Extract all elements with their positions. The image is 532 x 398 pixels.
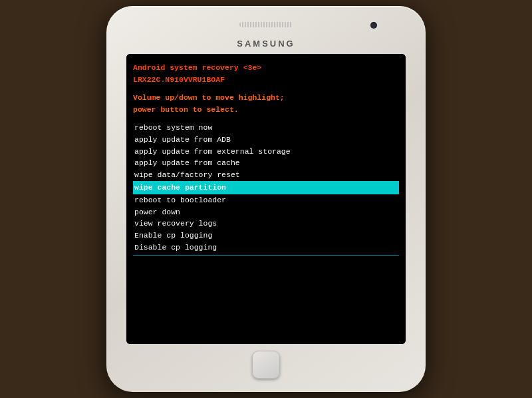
menu-item-disable-cp[interactable]: Disable cp logging	[133, 242, 399, 254]
instructions-line2: power button to select.	[133, 105, 239, 114]
menu-item-reboot-bootloader[interactable]: reboot to bootloader	[133, 194, 399, 206]
speaker-grille	[239, 22, 293, 27]
menu-divider	[133, 255, 399, 256]
instructions: Volume up/down to move highlight; power …	[133, 92, 399, 115]
recovery-menu: reboot system nowapply update from ADBap…	[133, 122, 399, 256]
menu-item-wipe-cache[interactable]: wipe cache partition	[133, 181, 399, 194]
menu-item-power-down[interactable]: power down	[133, 206, 399, 218]
instructions-line1: Volume up/down to move highlight;	[133, 93, 285, 102]
screen-content: Android system recovery <3e> LRX22C.N910…	[126, 54, 406, 344]
menu-item-wipe-data[interactable]: wipe data/factory reset	[133, 169, 399, 181]
brand-label: SAMSUNG	[237, 39, 295, 49]
phone-device: SAMSUNG Android system recovery <3e> LRX…	[106, 6, 426, 392]
phone-top-bar	[118, 18, 414, 32]
menu-item-apply-cache[interactable]: apply update from cache	[133, 157, 399, 169]
front-camera	[370, 22, 377, 29]
menu-item-apply-external[interactable]: apply update from external storage	[133, 146, 399, 158]
phone-screen: Android system recovery <3e> LRX22C.N910…	[126, 54, 406, 344]
menu-item-apply-adb[interactable]: apply update from ADB	[133, 134, 399, 146]
home-button[interactable]	[252, 351, 280, 379]
menu-item-enable-cp[interactable]: Enable cp logging	[133, 230, 399, 242]
phone-bottom	[118, 351, 414, 379]
recovery-version: LRX22C.N910VVRU1BOAF	[133, 74, 399, 86]
menu-item-view-logs[interactable]: view recovery logs	[133, 218, 399, 230]
menu-item-reboot-system[interactable]: reboot system now	[133, 122, 399, 134]
recovery-title: Android system recovery <3e>	[133, 62, 399, 74]
